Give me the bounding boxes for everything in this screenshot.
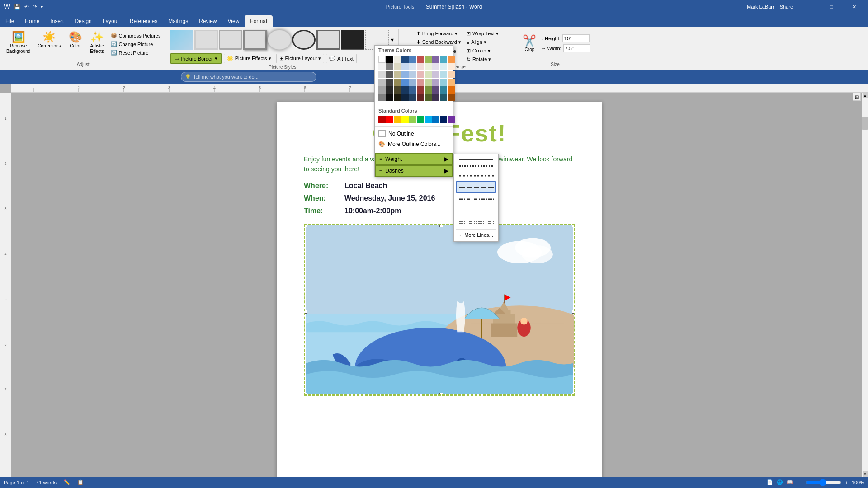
color-cell[interactable] [386,71,393,78]
style-thumb-2[interactable] [194,30,218,50]
style-thumb-1[interactable] [170,30,193,50]
style-thumb-4[interactable] [243,30,267,50]
color-cell[interactable] [440,63,447,70]
width-input[interactable] [563,44,590,52]
color-cell[interactable] [409,56,416,63]
color-cell[interactable] [409,71,416,78]
color-cell[interactable] [440,94,447,101]
color-cell[interactable] [425,71,432,78]
scroll-thumb[interactable] [862,117,868,130]
color-cell[interactable] [448,79,455,86]
color-cell[interactable] [432,86,439,94]
std-color-cell[interactable] [401,116,409,123]
dash-long-dashed[interactable] [456,181,496,193]
height-input[interactable] [562,34,590,42]
handle-mr[interactable] [572,310,575,314]
color-cell[interactable] [417,56,424,63]
color-cell[interactable] [394,56,401,63]
corrections-button[interactable]: ☀️ Corrections [35,30,63,50]
color-cell[interactable] [401,63,409,70]
tab-review[interactable]: Review [193,15,222,27]
color-cell[interactable] [417,71,424,78]
tab-view[interactable]: View [222,15,245,27]
color-cell[interactable] [417,79,424,86]
color-cell[interactable] [378,94,386,101]
color-cell[interactable] [425,79,432,86]
color-cell[interactable] [386,56,393,63]
style-thumb-5[interactable] [268,30,291,50]
color-cell[interactable] [425,56,432,63]
std-color-cell[interactable] [440,116,447,123]
share-button[interactable]: Share [776,4,797,9]
view-read-btn[interactable]: 📖 [787,479,793,485]
tab-mailings[interactable]: Mailings [163,15,193,27]
color-cell[interactable] [417,94,424,101]
color-cell[interactable] [394,71,401,78]
color-cell[interactable] [386,86,393,94]
tell-me-input[interactable]: 💡 Tell me what you want to do... [181,72,316,82]
dash-fine-dotted[interactable] [456,163,496,169]
style-thumb-3[interactable] [219,30,242,50]
no-outline-item[interactable]: No Outline [375,128,453,139]
dash-dash-dot[interactable] [456,193,496,205]
dash-double[interactable] [456,216,496,228]
dash-square-dotted[interactable] [456,169,496,181]
edit-icon[interactable]: ✏️ [64,479,70,485]
color-cell[interactable] [378,56,386,63]
std-color-cell[interactable] [378,116,386,123]
picture-layout-button[interactable]: ⊞ Picture Layout ▾ [276,54,324,63]
change-picture-button[interactable]: 🔄 Change Picture [109,40,163,48]
color-cell[interactable] [409,63,416,70]
color-cell[interactable] [394,79,401,86]
quick-save[interactable]: 💾 [14,4,21,10]
dash-solid[interactable] [456,156,496,163]
weight-item[interactable]: ≡ Weight ▶ [375,153,453,165]
compress-pictures-button[interactable]: 📦 Compress Pictures [109,32,163,39]
handle-bm[interactable] [439,393,443,396]
group-button[interactable]: ⊞ Group ▾ [465,47,500,55]
color-cell[interactable] [401,71,409,78]
scroll-up-btn[interactable]: ▲ [863,93,868,98]
color-cell[interactable] [448,71,455,78]
minimize-button[interactable]: ─ [798,0,819,14]
wrap-text-button[interactable]: ⊡ Wrap Text ▾ [465,30,500,38]
restore-button[interactable]: □ [821,0,842,14]
color-cell[interactable] [432,71,439,78]
user-name[interactable]: Mark LaBarr [747,4,774,9]
color-cell[interactable] [425,94,432,101]
quick-redo[interactable]: ↷ [33,4,37,10]
quick-undo[interactable]: ↶ [24,4,29,10]
remove-background-button[interactable]: 🖼️ RemoveBackground [4,30,33,56]
tab-references[interactable]: References [124,15,163,27]
more-outline-colors-item[interactable]: 🎨 More Outline Colors... [375,139,453,149]
std-color-cell[interactable] [448,116,455,123]
color-cell[interactable] [448,86,455,94]
color-cell[interactable] [440,79,447,86]
crop-button[interactable]: ✂️ Crop [520,30,539,57]
color-cell[interactable] [448,56,455,63]
tab-layout[interactable]: Layout [97,15,124,27]
color-cell[interactable] [409,79,416,86]
color-cell[interactable] [409,94,416,101]
std-color-cell[interactable] [425,116,432,123]
zoom-in-btn[interactable]: + [845,480,848,485]
handle-tm[interactable] [439,224,443,227]
color-cell[interactable] [394,63,401,70]
color-cell[interactable] [417,86,424,94]
color-cell[interactable] [432,94,439,101]
color-cell[interactable] [378,71,386,78]
alt-text-button[interactable]: 💬 Alt Text [326,54,357,63]
std-color-cell[interactable] [394,116,401,123]
bring-forward-button[interactable]: ⬆ Bring Forward ▾ [415,30,463,38]
style-thumb-6[interactable] [292,30,316,50]
std-color-cell[interactable] [386,116,393,123]
color-cell[interactable] [386,63,393,70]
color-cell[interactable] [401,56,409,63]
style-thumb-7[interactable] [316,30,340,50]
tab-format[interactable]: Format [245,15,273,27]
std-color-cell[interactable] [432,116,439,123]
artistic-effects-button[interactable]: ✨ ArtisticEffects [87,30,107,56]
color-cell[interactable] [394,94,401,101]
color-cell[interactable] [386,94,393,101]
track-icon[interactable]: 📋 [77,479,84,485]
